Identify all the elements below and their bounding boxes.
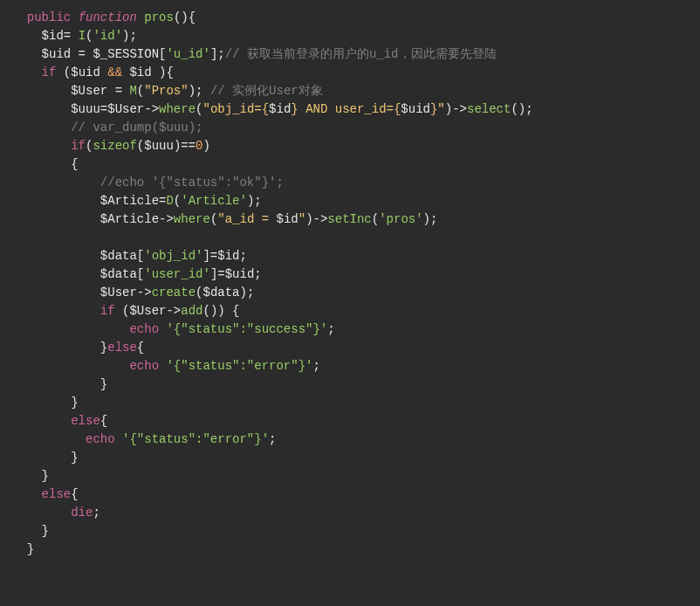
comment: // var_dump($uuu); <box>71 121 202 134</box>
punct: ; <box>312 359 319 373</box>
keyword-if: if <box>71 139 86 153</box>
string: 'obj_id' <box>144 249 202 263</box>
variable: $uid <box>71 65 100 79</box>
variable: $User <box>107 102 144 116</box>
code-line: { <box>12 157 79 171</box>
code-line: $User = M("Pros"); // 实例化User对象 <box>12 84 323 98</box>
punct: ); <box>247 194 262 208</box>
code-line: echo '{"status":"error"}'; <box>12 359 320 373</box>
call: select <box>467 102 511 116</box>
code-line: if ($User->add()) { <box>12 304 240 318</box>
call: sizeof <box>93 139 136 153</box>
call: I <box>79 29 86 43</box>
variable: $data <box>202 286 239 300</box>
arrow: -> <box>144 102 159 116</box>
punct: ; <box>93 506 100 520</box>
keyword-echo: echo <box>129 359 159 373</box>
comment: // 获取当前登录的用户的u_id，因此需要先登陆 <box>225 47 497 61</box>
variable: $User <box>100 286 137 300</box>
code-line: else{ <box>12 487 79 501</box>
string: "obj_id={ <box>202 102 269 116</box>
keyword-echo: echo <box>86 432 115 446</box>
operator-and: && <box>100 65 130 79</box>
variable-interp: $id <box>277 212 299 226</box>
keyword-echo: echo <box>129 322 159 336</box>
code-line: }else{ <box>12 341 144 355</box>
punct: )-> <box>305 212 327 226</box>
variable: $data <box>100 267 137 281</box>
variable: $User <box>71 84 107 98</box>
call: add <box>181 304 202 318</box>
code-line: } <box>12 469 49 483</box>
brace: { <box>100 414 107 428</box>
string: '{"status":"error"}' <box>122 432 269 446</box>
variable: $_SESSION <box>93 47 159 61</box>
variable: $data <box>100 249 137 263</box>
variable: $id <box>42 29 64 43</box>
brace: } <box>42 524 49 538</box>
function-name: pros <box>144 10 174 24</box>
brace: { <box>137 341 144 355</box>
punct: ()) { <box>203 304 240 318</box>
code-line: } <box>12 377 107 391</box>
number: 0 <box>196 139 202 153</box>
string: 'Article' <box>181 194 247 208</box>
punct: ]; <box>210 47 225 61</box>
string: 'user_id' <box>144 267 210 281</box>
code-line: die; <box>12 506 100 520</box>
code-line: } <box>12 542 34 556</box>
variable: $uid <box>225 267 255 281</box>
punct: ( <box>56 65 71 79</box>
code-line: public function pros(){ <box>12 10 196 24</box>
code-line: $id= I('id'); <box>12 29 137 43</box>
brace: } <box>27 542 34 556</box>
punct: ( <box>115 304 130 318</box>
punct: ; <box>269 432 276 446</box>
code-line: if(sizeof($uuu)==0) <box>12 139 210 153</box>
brace: { <box>71 487 78 501</box>
brace: } <box>100 377 107 391</box>
punct: [ <box>137 249 144 263</box>
punct: (); <box>511 102 532 116</box>
punct: = <box>71 47 93 61</box>
call: M <box>129 84 136 98</box>
call: where <box>174 212 210 226</box>
string: '{"status":"error"}' <box>166 359 312 373</box>
keyword-else: else <box>42 487 72 501</box>
code-line: } <box>12 451 79 465</box>
code-line: $Article=D('Article'); <box>12 194 262 208</box>
punct: ( <box>174 194 181 208</box>
punct: ]= <box>210 267 225 281</box>
comment: //echo '{"status":"ok"}'; <box>100 176 284 189</box>
variable: $uid <box>42 47 72 61</box>
punct: = <box>64 29 79 43</box>
string: '{"status":"success"}' <box>166 322 327 336</box>
variable: $Article <box>100 194 159 208</box>
code-block: public function pros(){ $id= I('id'); $u… <box>0 0 700 568</box>
brace: } <box>42 469 49 483</box>
code-line: else{ <box>12 414 107 428</box>
keyword-public: public <box>27 10 71 24</box>
keyword-if: if <box>42 65 57 79</box>
string: "Pros" <box>144 84 188 98</box>
variable-interp: $uid <box>401 102 430 116</box>
string: " <box>299 212 305 226</box>
variable: $id <box>129 65 151 79</box>
variable: $id <box>217 249 239 263</box>
punct: ) <box>203 139 210 153</box>
punct: ); <box>423 212 438 226</box>
brace: } <box>71 451 78 465</box>
punct: ; <box>240 249 247 263</box>
code-line: echo '{"status":"success"}'; <box>12 322 335 336</box>
keyword-else: else <box>71 414 100 428</box>
space <box>115 432 122 446</box>
punct: == <box>181 139 196 153</box>
punct: = <box>100 102 107 116</box>
arrow: -> <box>159 212 174 226</box>
code-line: } <box>12 524 49 538</box>
code-line: $uid = $_SESSION['u_id'];// 获取当前登录的用户的u_… <box>12 47 497 61</box>
punct: ( <box>137 139 144 153</box>
variable: $Article <box>100 212 159 226</box>
keyword-function: function <box>79 10 137 24</box>
punct: ){ <box>152 65 174 79</box>
